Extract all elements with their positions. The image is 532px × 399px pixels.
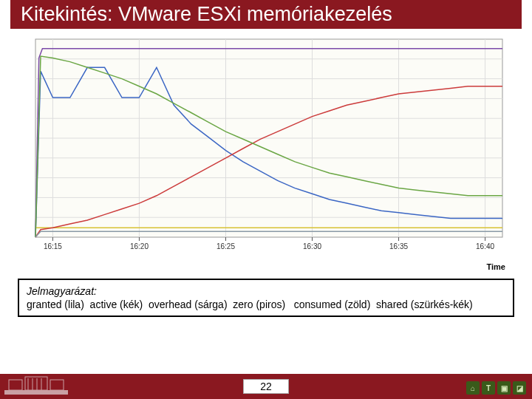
legend-heading: Jelmagyarázat: (27, 285, 97, 297)
badge-icon: ◪ (513, 381, 526, 395)
x-axis-label: Time (487, 262, 505, 271)
chart-canvas: 16:1516:2016:2516:3016:3516:40 (22, 35, 510, 256)
footer-badges: ⌂ T ▣ ◪ (466, 381, 526, 395)
svg-text:16:25: 16:25 (216, 242, 235, 250)
university-logo (4, 375, 68, 398)
legend-box: Jelmagyarázat: granted (lila) active (ké… (18, 279, 514, 317)
svg-rect-28 (4, 390, 68, 395)
svg-rect-31 (50, 380, 64, 390)
footer-bar: 22 ⌂ T ▣ ◪ (0, 374, 532, 399)
badge-icon: ⌂ (466, 381, 480, 395)
svg-text:16:40: 16:40 (476, 242, 494, 250)
legend-items: granted (lila) active (kék) overhead (sá… (27, 299, 473, 310)
badge-icon: T (482, 381, 495, 395)
svg-rect-29 (9, 380, 22, 390)
svg-text:16:35: 16:35 (389, 242, 408, 250)
badge-icon: ▣ (497, 381, 511, 395)
svg-text:16:30: 16:30 (303, 242, 321, 250)
slide-title: Kitekintés: VMware ESXi memóriakezelés (10, 0, 522, 29)
svg-text:16:15: 16:15 (44, 242, 62, 250)
svg-text:16:20: 16:20 (130, 242, 149, 250)
page-number: 22 (243, 379, 289, 394)
memory-chart: 16:1516:2016:2516:3016:3516:40 Time (22, 35, 510, 271)
